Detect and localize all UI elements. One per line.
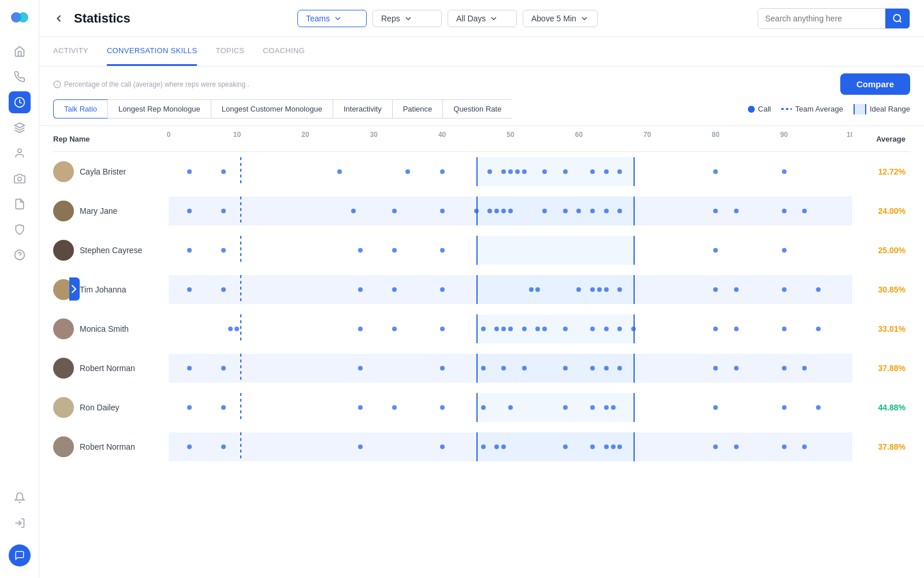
scale-label-50: 50: [506, 131, 514, 139]
filter-teams[interactable]: Teams: [297, 10, 367, 27]
sidebar-icon-shield[interactable]: [9, 218, 31, 240]
metric-interactivity[interactable]: Interactivity: [333, 99, 392, 118]
metric-question-rate[interactable]: Question Rate: [442, 99, 512, 118]
ideal-range-bg: [476, 432, 634, 461]
table-row: Robert Norman 37.88%: [53, 427, 910, 466]
chart-cell: [169, 427, 852, 466]
data-dot: [522, 169, 527, 174]
ideal-range-right-line: [634, 432, 635, 461]
average-value: 44.88%: [852, 388, 910, 427]
header: Statistics Teams Reps All Days Above 5 M…: [39, 0, 924, 37]
data-dot: [782, 405, 787, 410]
data-dot: [440, 287, 445, 292]
sidebar-icon-home[interactable]: [9, 40, 31, 62]
data-dot: [358, 327, 363, 331]
chart-cell: [169, 191, 852, 231]
sidebar-icon-stats[interactable]: [9, 91, 31, 113]
average-value: 30.85%: [852, 270, 910, 309]
rep-name: Cayla Brister: [80, 167, 126, 176]
metric-longest-customer[interactable]: Longest Customer Monologue: [211, 99, 333, 118]
note-text: Percentage of the call (average) where r…: [64, 80, 249, 88]
data-dot: [617, 366, 622, 370]
data-dot: [563, 169, 568, 174]
legend-call-dot: [748, 106, 755, 113]
sidebar-icon-file[interactable]: [9, 193, 31, 215]
sidebar-icon-help[interactable]: [9, 244, 31, 266]
svg-point-5: [17, 177, 21, 181]
metric-longest-rep[interactable]: Longest Rep Monologue: [107, 99, 211, 118]
metric-filter-row: Talk Ratio Longest Rep Monologue Longest…: [39, 99, 924, 126]
filter-reps[interactable]: Reps: [372, 10, 442, 27]
ideal-range-bg: [476, 314, 634, 343]
sidebar-icon-export[interactable]: [9, 512, 31, 534]
compare-button[interactable]: Compare: [840, 73, 910, 95]
ideal-range-left-line: [476, 354, 478, 383]
sub-header-note: Percentage of the call (average) where r…: [53, 80, 249, 88]
sidebar-icon-user[interactable]: [9, 142, 31, 164]
chart-row: [169, 432, 852, 461]
data-dot: [563, 327, 568, 331]
chat-button[interactable]: [9, 544, 31, 566]
rep-cell: Robert Norman: [53, 349, 169, 388]
sidebar-icon-camera[interactable]: [9, 168, 31, 190]
chart-cell: [169, 309, 852, 349]
table-row: Robert Norman 37.88%: [53, 349, 910, 388]
ideal-range-right-line: [634, 354, 635, 383]
back-button[interactable]: [53, 13, 65, 24]
data-dot: [529, 287, 534, 292]
main-tabs: ACTIVITY CONVERSATION SKILLS TOPICS COAC…: [39, 37, 924, 66]
tab-activity[interactable]: ACTIVITY: [53, 37, 88, 66]
data-dot: [590, 405, 595, 410]
data-dot: [221, 366, 226, 370]
filter-all-days[interactable]: All Days: [448, 10, 517, 27]
tab-conversation-skills[interactable]: CONVERSATION SKILLS: [107, 37, 197, 66]
average-value: 12.72%: [852, 152, 910, 192]
tab-coaching[interactable]: COACHING: [263, 37, 304, 66]
reps-label: Reps: [381, 14, 400, 23]
data-dot: [713, 209, 718, 213]
filter-above-5min[interactable]: Above 5 Min: [523, 10, 598, 27]
data-dot: [563, 366, 568, 370]
metric-patience[interactable]: Patience: [392, 99, 443, 118]
data-dot: [481, 444, 486, 449]
scale-label-70: 70: [643, 131, 651, 139]
data-dot: [713, 444, 718, 449]
rep-cell: Ron Dailey: [53, 388, 169, 427]
team-avg-line: [240, 354, 241, 383]
col-header-chart: 0102030405060708090100: [169, 126, 852, 152]
team-avg-line: [240, 275, 241, 304]
data-dot: [782, 444, 787, 449]
chart-area: Rep Name 0102030405060708090100 Average …: [39, 126, 924, 578]
tab-topics[interactable]: TOPICS: [215, 37, 244, 66]
ideal-range-left-line: [476, 157, 478, 186]
metric-talk-ratio[interactable]: Talk Ratio: [53, 99, 107, 118]
rep-cell: Mary Jane: [53, 191, 169, 231]
search-button[interactable]: [885, 9, 910, 28]
logo[interactable]: [9, 7, 30, 30]
data-dot: [481, 405, 486, 410]
table-row: Monica Smith 33.01%: [53, 309, 910, 349]
data-dot: [187, 444, 192, 449]
ideal-range-bg: [476, 354, 634, 383]
sidebar-icon-layers[interactable]: [9, 117, 31, 139]
data-dot: [713, 287, 718, 292]
rep-name: Monica Smith: [80, 324, 129, 334]
avatar: [53, 240, 74, 261]
search-input[interactable]: [758, 9, 885, 28]
sidebar-icon-phone[interactable]: [9, 66, 31, 88]
ideal-range-bg: [476, 393, 634, 422]
data-dot: [392, 405, 397, 410]
legend-ideal-range-label: Ideal Range: [870, 105, 910, 113]
data-dot: [590, 209, 595, 213]
table-row: Tim Johanna 30.85%: [53, 270, 910, 309]
legend-team-avg-icon: [781, 108, 792, 110]
ideal-range-bg: [476, 197, 634, 225]
scale-label-90: 90: [780, 131, 788, 139]
sidebar-icon-bell[interactable]: [9, 487, 31, 509]
chart-legend: Call Team Average Ideal Range: [748, 104, 910, 114]
data-dot: [563, 405, 568, 410]
data-dot: [713, 405, 718, 410]
sidebar-expand-button[interactable]: [69, 277, 80, 301]
data-dot: [604, 209, 609, 213]
ideal-range-bg: [476, 236, 634, 265]
